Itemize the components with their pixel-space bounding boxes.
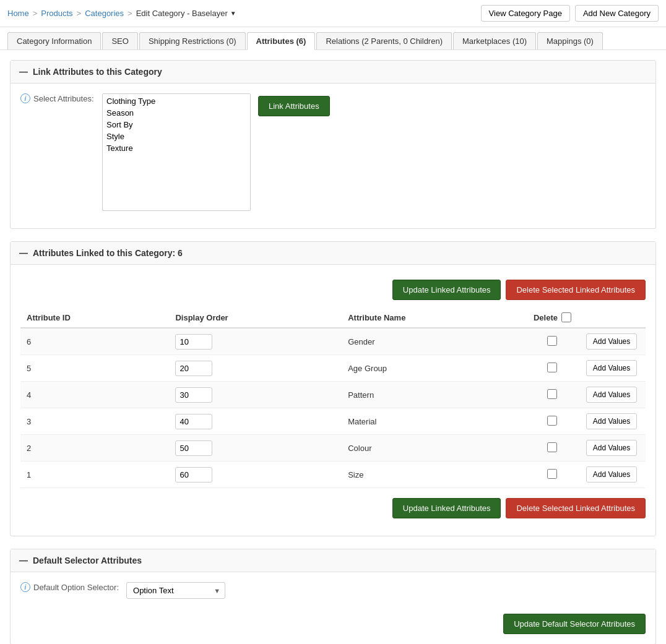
link-attributes-toggle[interactable]: — (19, 67, 28, 77)
default-selector-toggle[interactable]: — (19, 556, 28, 565)
cell-delete (527, 328, 577, 355)
tab-relations[interactable]: Relations (2 Parents, 0 Children) (316, 32, 452, 49)
info-icon-link[interactable]: i (20, 93, 30, 103)
tab-attributes[interactable]: Attributes (6) (247, 32, 316, 50)
cell-delete (527, 355, 577, 382)
option-clothing-type[interactable]: Clothing Type (104, 95, 249, 107)
breadcrumb-products[interactable]: Products (41, 9, 72, 18)
tab-marketplaces[interactable]: Marketplaces (10) (453, 32, 536, 49)
link-attributes-section: — Link Attributes to this Category i Sel… (10, 60, 656, 229)
default-option-select[interactable]: Option Text Option Image (126, 582, 225, 599)
update-linked-attributes-button-bottom[interactable]: Update Linked Attributes (392, 498, 501, 518)
default-selector-title: Default Selector Attributes (33, 556, 142, 565)
row-delete-checkbox[interactable] (547, 363, 557, 372)
table-row: 3MaterialAdd Values (20, 408, 646, 435)
delete-all-checkbox[interactable] (561, 312, 571, 322)
tab-shipping-restrictions[interactable]: Shipping Restrictions (0) (139, 32, 246, 49)
default-selector-header: — Default Selector Attributes (11, 549, 655, 572)
col-attribute-name: Attribute Name (342, 307, 527, 328)
add-new-category-button[interactable]: Add New Category (575, 5, 659, 22)
cell-attribute-name: Gender (342, 328, 527, 355)
add-values-button[interactable]: Add Values (586, 440, 638, 456)
col-display-order: Display Order (169, 307, 342, 328)
add-values-button[interactable]: Add Values (586, 333, 638, 350)
cell-attribute-name: Size (342, 462, 527, 488)
cell-add-values: Add Values (577, 435, 646, 462)
option-sort-by[interactable]: Sort By (104, 119, 249, 131)
option-season[interactable]: Season (104, 107, 249, 119)
table-header-row: Attribute ID Display Order Attribute Nam… (20, 307, 646, 328)
view-category-button[interactable]: View Category Page (481, 5, 570, 22)
linked-attributes-toggle[interactable]: — (19, 248, 28, 258)
top-action-bar: Update Linked Attributes Delete Selected… (20, 275, 646, 307)
display-order-input[interactable] (175, 440, 212, 456)
attributes-select-list[interactable]: Clothing Type Season Sort By Style Textu… (102, 93, 251, 211)
tab-mappings[interactable]: Mappings (0) (537, 32, 603, 49)
add-values-button[interactable]: Add Values (586, 360, 638, 376)
linked-attributes-table: Attribute ID Display Order Attribute Nam… (20, 307, 646, 488)
add-values-button[interactable]: Add Values (586, 466, 638, 483)
cell-attribute-id: 3 (20, 408, 169, 435)
option-style[interactable]: Style (104, 131, 249, 142)
linked-attributes-title: Attributes Linked to this Category: 6 (33, 248, 183, 258)
row-delete-checkbox[interactable] (547, 389, 557, 399)
cell-attribute-id: 6 (20, 328, 169, 355)
add-values-button[interactable]: Add Values (586, 387, 638, 403)
breadcrumb: Home > Products > Categories > Edit Cate… (0, 0, 666, 27)
row-delete-checkbox[interactable] (547, 336, 557, 346)
table-row: 4PatternAdd Values (20, 382, 646, 408)
display-order-input[interactable] (175, 334, 212, 350)
update-default-selector-bar: Update Default Selector Attributes (20, 606, 646, 634)
tabs-bar: Category Information SEO Shipping Restri… (0, 27, 666, 50)
default-option-selector-row: i Default Option Selector: Option Text O… (20, 582, 646, 599)
breadcrumb-sep1: > (33, 9, 38, 18)
linked-attributes-body: Update Linked Attributes Delete Selected… (11, 265, 655, 536)
row-delete-checkbox[interactable] (547, 416, 557, 426)
delete-linked-attributes-button-bottom[interactable]: Delete Selected Linked Attributes (506, 498, 646, 518)
breadcrumb-sep3: > (128, 9, 132, 18)
cell-display-order (169, 382, 342, 408)
display-order-input[interactable] (175, 467, 212, 483)
tab-category-information[interactable]: Category Information (7, 32, 101, 49)
cell-delete (527, 462, 577, 488)
link-attributes-button[interactable]: Link Attributes (258, 96, 330, 116)
cell-add-values: Add Values (577, 462, 646, 488)
display-order-input[interactable] (175, 387, 212, 403)
table-row: 2ColourAdd Values (20, 435, 646, 462)
col-add-values-header (577, 307, 646, 328)
cell-attribute-name: Age Group (342, 355, 527, 382)
default-option-select-wrapper: Option Text Option Image ▼ (126, 582, 225, 599)
display-order-input[interactable] (175, 414, 212, 429)
cell-attribute-id: 1 (20, 462, 169, 488)
breadcrumb-current[interactable]: Edit Category - Baselayer ▼ (136, 9, 236, 18)
update-default-selector-button[interactable]: Update Default Selector Attributes (503, 614, 646, 634)
delete-linked-attributes-button-top[interactable]: Delete Selected Linked Attributes (506, 280, 646, 300)
linked-attributes-header: — Attributes Linked to this Category: 6 (11, 242, 655, 265)
option-texture[interactable]: Texture (104, 142, 249, 154)
select-attributes-row: i Select Attributes: Clothing Type Seaso… (20, 93, 646, 211)
breadcrumb-home[interactable]: Home (7, 9, 29, 18)
display-order-input[interactable] (175, 361, 212, 376)
link-attributes-header: — Link Attributes to this Category (11, 61, 655, 84)
update-linked-attributes-button-top[interactable]: Update Linked Attributes (392, 280, 501, 300)
breadcrumb-actions: View Category Page Add New Category (481, 5, 659, 22)
cell-add-values: Add Values (577, 408, 646, 435)
tab-seo[interactable]: SEO (102, 32, 137, 49)
add-values-button[interactable]: Add Values (586, 413, 638, 429)
linked-attributes-section: — Attributes Linked to this Category: 6 … (10, 241, 656, 536)
breadcrumb-sep2: > (77, 9, 82, 18)
cell-attribute-name: Material (342, 408, 527, 435)
cell-add-values: Add Values (577, 328, 646, 355)
cell-attribute-id: 4 (20, 382, 169, 408)
breadcrumb-categories[interactable]: Categories (85, 9, 124, 18)
table-row: 6GenderAdd Values (20, 328, 646, 355)
cell-display-order (169, 355, 342, 382)
link-attributes-body: i Select Attributes: Clothing Type Seaso… (11, 84, 655, 228)
row-delete-checkbox[interactable] (547, 442, 557, 452)
default-selector-section: — Default Selector Attributes i Default … (10, 549, 656, 644)
col-attribute-id: Attribute ID (20, 307, 169, 328)
info-icon-selector[interactable]: i (20, 582, 30, 592)
row-delete-checkbox[interactable] (547, 469, 557, 479)
col-delete: Delete (527, 307, 577, 328)
main-content: — Link Attributes to this Category i Sel… (0, 50, 666, 644)
